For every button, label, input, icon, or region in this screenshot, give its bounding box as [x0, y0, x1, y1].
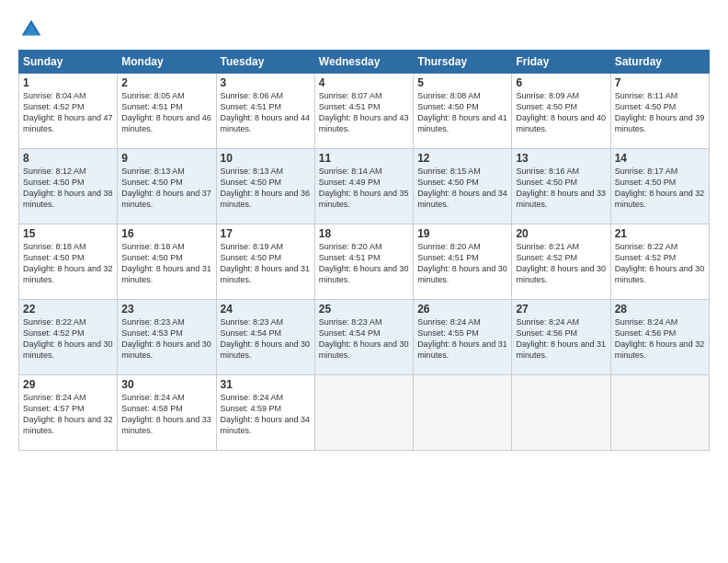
calendar-cell: 30Sunrise: 8:24 AMSunset: 4:58 PMDayligh… [118, 375, 216, 451]
day-number: 6 [516, 76, 606, 89]
calendar-cell: 31Sunrise: 8:24 AMSunset: 4:59 PMDayligh… [216, 375, 314, 451]
col-header-wednesday: Wednesday [314, 51, 413, 74]
calendar-cell: 2Sunrise: 8:05 AMSunset: 4:51 PMDaylight… [118, 74, 216, 149]
calendar-cell: 8Sunrise: 8:12 AMSunset: 4:50 PMDaylight… [19, 149, 118, 224]
logo-icon [18, 17, 44, 42]
day-info: Sunrise: 8:13 AMSunset: 4:50 PMDaylight:… [121, 167, 211, 209]
calendar-cell: 4Sunrise: 8:07 AMSunset: 4:51 PMDaylight… [314, 74, 413, 149]
calendar-cell: 7Sunrise: 8:11 AMSunset: 4:50 PMDaylight… [610, 74, 709, 149]
day-info: Sunrise: 8:21 AMSunset: 4:52 PMDaylight:… [516, 242, 606, 284]
day-info: Sunrise: 8:24 AMSunset: 4:57 PMDaylight:… [23, 393, 113, 435]
calendar-cell: 16Sunrise: 8:18 AMSunset: 4:50 PMDayligh… [118, 224, 216, 300]
day-info: Sunrise: 8:24 AMSunset: 4:56 PMDaylight:… [516, 317, 606, 360]
day-number: 13 [516, 152, 606, 165]
calendar-cell: 10Sunrise: 8:13 AMSunset: 4:50 PMDayligh… [216, 149, 314, 224]
col-header-tuesday: Tuesday [216, 51, 314, 74]
day-number: 19 [417, 227, 507, 240]
calendar-cell: 18Sunrise: 8:20 AMSunset: 4:51 PMDayligh… [314, 224, 413, 300]
calendar-cell: 29Sunrise: 8:24 AMSunset: 4:57 PMDayligh… [19, 375, 118, 451]
day-number: 10 [221, 152, 311, 165]
week-row-3: 15Sunrise: 8:18 AMSunset: 4:50 PMDayligh… [19, 224, 710, 300]
calendar-cell: 24Sunrise: 8:23 AMSunset: 4:54 PMDayligh… [216, 300, 314, 375]
calendar-cell: 21Sunrise: 8:22 AMSunset: 4:52 PMDayligh… [610, 224, 709, 300]
day-info: Sunrise: 8:08 AMSunset: 4:50 PMDaylight:… [417, 91, 507, 133]
day-number: 5 [417, 76, 507, 89]
calendar-cell: 13Sunrise: 8:16 AMSunset: 4:50 PMDayligh… [512, 149, 610, 224]
calendar-cell [414, 375, 512, 451]
calendar-cell: 12Sunrise: 8:15 AMSunset: 4:50 PMDayligh… [414, 149, 512, 224]
day-info: Sunrise: 8:13 AMSunset: 4:50 PMDaylight:… [221, 167, 311, 209]
day-number: 24 [221, 303, 311, 316]
day-info: Sunrise: 8:15 AMSunset: 4:50 PMDaylight:… [417, 167, 507, 209]
day-number: 4 [319, 76, 409, 89]
day-number: 21 [615, 227, 705, 240]
calendar-cell: 19Sunrise: 8:20 AMSunset: 4:51 PMDayligh… [414, 224, 512, 300]
calendar-cell [314, 375, 413, 451]
day-number: 15 [23, 227, 113, 240]
day-info: Sunrise: 8:22 AMSunset: 4:52 PMDaylight:… [615, 242, 705, 284]
day-info: Sunrise: 8:04 AMSunset: 4:52 PMDaylight:… [23, 91, 113, 133]
calendar-cell: 25Sunrise: 8:23 AMSunset: 4:54 PMDayligh… [314, 300, 413, 375]
calendar-cell: 5Sunrise: 8:08 AMSunset: 4:50 PMDaylight… [414, 74, 512, 149]
day-number: 9 [121, 152, 211, 165]
day-info: Sunrise: 8:12 AMSunset: 4:50 PMDaylight:… [23, 167, 113, 209]
calendar-cell: 15Sunrise: 8:18 AMSunset: 4:50 PMDayligh… [19, 224, 118, 300]
day-number: 20 [516, 227, 606, 240]
day-info: Sunrise: 8:11 AMSunset: 4:50 PMDaylight:… [615, 91, 705, 133]
day-info: Sunrise: 8:16 AMSunset: 4:50 PMDaylight:… [516, 167, 606, 209]
day-number: 3 [221, 76, 311, 89]
col-header-friday: Friday [512, 51, 610, 74]
calendar-cell [512, 375, 610, 451]
calendar-cell: 26Sunrise: 8:24 AMSunset: 4:55 PMDayligh… [414, 300, 512, 375]
day-number: 16 [121, 227, 211, 240]
day-number: 17 [221, 227, 311, 240]
day-number: 27 [516, 303, 606, 316]
calendar-cell: 9Sunrise: 8:13 AMSunset: 4:50 PMDaylight… [118, 149, 216, 224]
calendar-cell: 17Sunrise: 8:19 AMSunset: 4:50 PMDayligh… [216, 224, 314, 300]
day-info: Sunrise: 8:24 AMSunset: 4:56 PMDaylight:… [615, 317, 705, 360]
day-number: 31 [221, 378, 311, 391]
day-number: 11 [319, 152, 409, 165]
day-number: 2 [121, 76, 211, 89]
day-info: Sunrise: 8:22 AMSunset: 4:52 PMDaylight:… [23, 317, 113, 360]
day-info: Sunrise: 8:20 AMSunset: 4:51 PMDaylight:… [319, 242, 409, 284]
day-number: 1 [23, 76, 113, 89]
calendar-cell: 6Sunrise: 8:09 AMSunset: 4:50 PMDaylight… [512, 74, 610, 149]
week-row-5: 29Sunrise: 8:24 AMSunset: 4:57 PMDayligh… [19, 375, 710, 451]
day-info: Sunrise: 8:18 AMSunset: 4:50 PMDaylight:… [121, 242, 211, 284]
day-number: 28 [615, 303, 705, 316]
day-info: Sunrise: 8:18 AMSunset: 4:50 PMDaylight:… [23, 242, 113, 284]
day-number: 29 [23, 378, 113, 391]
day-info: Sunrise: 8:07 AMSunset: 4:51 PMDaylight:… [319, 91, 409, 133]
header-row: SundayMondayTuesdayWednesdayThursdayFrid… [19, 51, 710, 74]
day-info: Sunrise: 8:20 AMSunset: 4:51 PMDaylight:… [417, 242, 507, 284]
day-info: Sunrise: 8:23 AMSunset: 4:53 PMDaylight:… [121, 317, 211, 360]
day-info: Sunrise: 8:23 AMSunset: 4:54 PMDaylight:… [221, 317, 311, 360]
calendar-cell: 3Sunrise: 8:06 AMSunset: 4:51 PMDaylight… [216, 74, 314, 149]
day-number: 14 [615, 152, 705, 165]
week-row-1: 1Sunrise: 8:04 AMSunset: 4:52 PMDaylight… [19, 74, 710, 149]
calendar-cell: 20Sunrise: 8:21 AMSunset: 4:52 PMDayligh… [512, 224, 610, 300]
calendar-cell: 11Sunrise: 8:14 AMSunset: 4:49 PMDayligh… [314, 149, 413, 224]
day-info: Sunrise: 8:19 AMSunset: 4:50 PMDaylight:… [221, 242, 311, 284]
day-number: 30 [121, 378, 211, 391]
day-info: Sunrise: 8:09 AMSunset: 4:50 PMDaylight:… [516, 91, 606, 133]
col-header-monday: Monday [118, 51, 216, 74]
calendar-cell: 22Sunrise: 8:22 AMSunset: 4:52 PMDayligh… [19, 300, 118, 375]
col-header-saturday: Saturday [610, 51, 709, 74]
calendar-table: SundayMondayTuesdayWednesdayThursdayFrid… [18, 50, 710, 451]
calendar-cell: 23Sunrise: 8:23 AMSunset: 4:53 PMDayligh… [118, 300, 216, 375]
col-header-thursday: Thursday [414, 51, 512, 74]
day-info: Sunrise: 8:23 AMSunset: 4:54 PMDaylight:… [319, 317, 409, 360]
day-number: 18 [319, 227, 409, 240]
day-number: 22 [23, 303, 113, 316]
week-row-4: 22Sunrise: 8:22 AMSunset: 4:52 PMDayligh… [19, 300, 710, 375]
day-info: Sunrise: 8:05 AMSunset: 4:51 PMDaylight:… [121, 91, 211, 133]
day-info: Sunrise: 8:24 AMSunset: 4:55 PMDaylight:… [417, 317, 507, 360]
day-info: Sunrise: 8:06 AMSunset: 4:51 PMDaylight:… [221, 91, 311, 133]
day-number: 25 [319, 303, 409, 316]
day-number: 23 [121, 303, 211, 316]
calendar-cell: 14Sunrise: 8:17 AMSunset: 4:50 PMDayligh… [610, 149, 709, 224]
page: SundayMondayTuesdayWednesdayThursdayFrid… [0, 0, 728, 563]
logo [18, 17, 48, 42]
